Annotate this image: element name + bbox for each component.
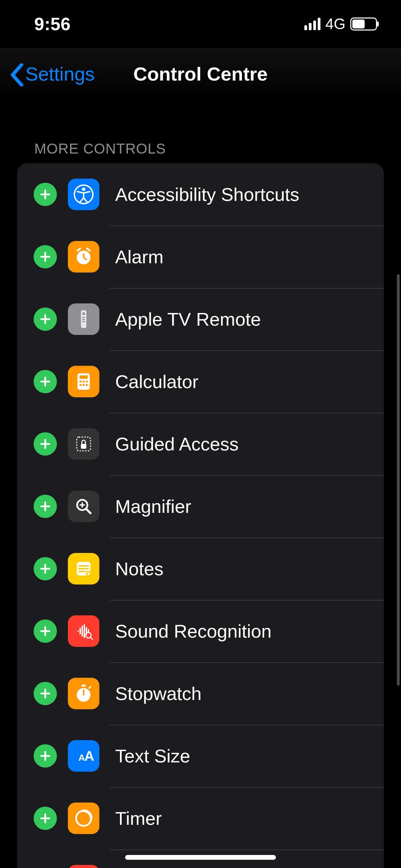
text-size-icon [68,740,99,772]
plus-icon [39,563,51,575]
page-title: Control Centre [133,63,268,85]
control-label-text-size: Text Size [115,745,190,767]
battery-level [352,20,365,28]
plus-icon [39,375,51,388]
calculator-icon [68,366,99,397]
add-button-accessibility-shortcuts[interactable] [34,183,57,206]
control-row-text-size: Text Size [17,725,384,787]
add-button-sound-recognition[interactable] [34,619,57,643]
control-row-apple-tv-remote: Apple TV Remote [17,288,384,350]
status-time: 9:56 [34,14,71,34]
plus-icon [39,500,51,513]
plus-icon [39,313,51,325]
control-label-sound-recognition: Sound Recognition [115,620,271,642]
voice-memos-icon [68,865,99,868]
control-label-apple-tv-remote: Apple TV Remote [115,309,261,330]
status-right: 4G [304,15,377,33]
control-row-guided-access: Guided Access [17,413,384,475]
add-button-apple-tv-remote[interactable] [34,308,57,331]
plus-icon [39,750,51,762]
control-label-notes: Notes [115,558,163,579]
back-button[interactable]: Settings [10,63,95,85]
notes-icon [68,553,99,584]
section-header-more-controls: More Controls [0,99,401,163]
back-label: Settings [25,63,95,85]
plus-icon [39,625,51,637]
controls-list: Accessibility ShortcutsAlarmApple TV Rem… [17,163,384,868]
control-label-alarm: Alarm [115,246,163,267]
control-label-timer: Timer [115,808,162,829]
add-button-guided-access[interactable] [34,432,57,456]
add-button-text-size[interactable] [34,744,57,768]
chevron-left-icon [10,63,24,84]
plus-icon [39,251,51,263]
signal-strength-icon [304,18,320,30]
control-label-accessibility-shortcuts: Accessibility Shortcuts [115,184,299,205]
control-label-guided-access: Guided Access [115,433,239,455]
sound-recognition-icon [68,615,99,647]
home-indicator[interactable] [125,855,276,860]
control-row-sound-recognition: Sound Recognition [17,600,384,662]
control-label-calculator: Calculator [115,371,198,392]
plus-icon [39,438,51,450]
add-button-alarm[interactable] [34,245,57,268]
control-row-magnifier: Magnifier [17,475,384,538]
control-row-alarm: Alarm [17,226,384,288]
control-label-magnifier: Magnifier [115,496,191,517]
alarm-icon [68,241,99,273]
control-row-notes: Notes [17,538,384,600]
scroll-indicator[interactable] [397,274,400,686]
add-button-stopwatch[interactable] [34,682,57,705]
apple-tv-remote-icon [68,303,99,335]
control-row-timer: Timer [17,787,384,849]
nav-bar: Settings Control Centre [0,48,401,99]
stopwatch-icon [68,678,99,709]
network-label: 4G [325,15,345,33]
battery-icon [350,17,377,31]
control-row-calculator: Calculator [17,350,384,413]
add-button-calculator[interactable] [34,370,57,393]
magnifier-icon [68,491,99,522]
control-label-stopwatch: Stopwatch [115,683,202,704]
plus-icon [39,687,51,700]
add-button-timer[interactable] [34,807,57,830]
add-button-notes[interactable] [34,557,57,580]
add-button-magnifier[interactable] [34,495,57,518]
plus-icon [39,812,51,824]
accessibility-shortcuts-icon [68,179,99,210]
timer-icon [68,803,99,834]
control-row-stopwatch: Stopwatch [17,662,384,725]
status-bar: 9:56 4G [0,0,401,48]
control-row-accessibility-shortcuts: Accessibility Shortcuts [17,163,384,226]
plus-icon [39,188,51,201]
guided-access-icon [68,428,99,460]
